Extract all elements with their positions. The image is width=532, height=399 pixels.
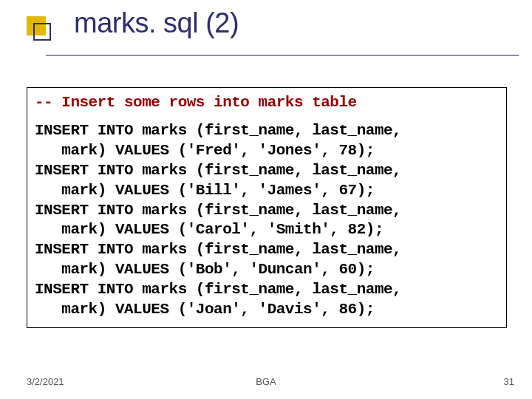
slide-header: marks. sql (2) bbox=[0, 0, 532, 66]
sql-statement: INSERT INTO marks (first_name, last_name… bbox=[35, 280, 499, 320]
code-box: -- Insert some rows into marks table INS… bbox=[27, 87, 507, 328]
title-underline bbox=[46, 55, 519, 56]
bullet-square-icon bbox=[27, 16, 52, 41]
sql-statement: INSERT INTO marks (first_name, last_name… bbox=[35, 121, 499, 161]
footer-center: BGA bbox=[0, 376, 532, 387]
sql-statement: INSERT INTO marks (first_name, last_name… bbox=[35, 201, 499, 241]
sql-statement: INSERT INTO marks (first_name, last_name… bbox=[35, 240, 499, 280]
slide-title: marks. sql (2) bbox=[74, 7, 239, 39]
slide: marks. sql (2) -- Insert some rows into … bbox=[0, 0, 532, 399]
sql-comment: -- Insert some rows into marks table bbox=[35, 94, 499, 111]
square-front-icon bbox=[33, 23, 51, 41]
sql-statement: INSERT INTO marks (first_name, last_name… bbox=[35, 161, 499, 201]
footer-page-number: 31 bbox=[504, 376, 514, 387]
